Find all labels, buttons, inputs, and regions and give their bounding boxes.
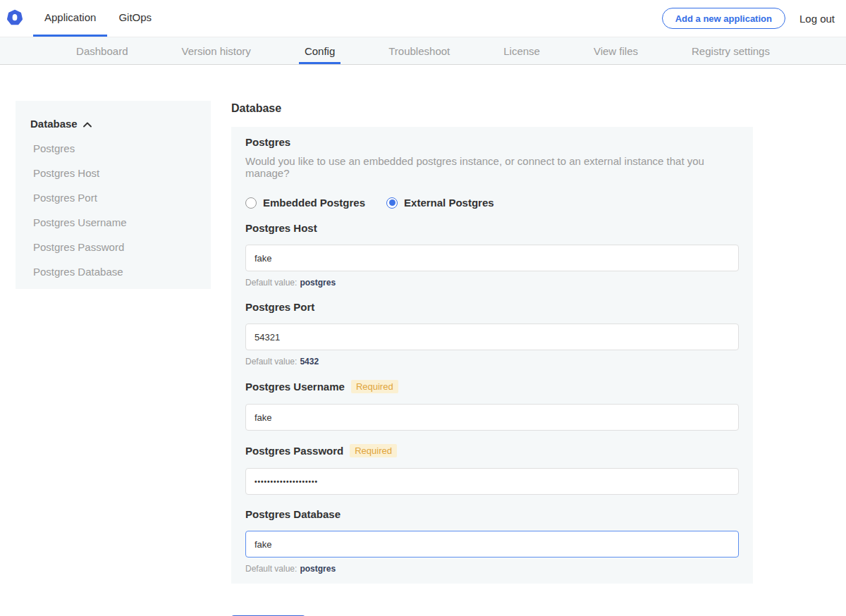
postgres-database-input[interactable] (245, 531, 739, 558)
postgres-port-input[interactable] (245, 324, 739, 350)
sidebar-item-postgres-port[interactable]: Postgres Port (30, 192, 197, 204)
field-postgres-host: Postgres HostDefault value:postgres (245, 222, 739, 288)
sidebar-item-postgres-username[interactable]: Postgres Username (30, 216, 197, 228)
field-label-row: Postgres Database (245, 508, 739, 520)
default-value-label: Default value: (245, 278, 297, 288)
field-label: Postgres Password (245, 445, 343, 457)
radio-selected-icon (386, 197, 398, 209)
subnav-item-view-files[interactable]: View files (588, 37, 644, 64)
default-value-helper: Default value:postgres (245, 278, 739, 288)
config-group-panel: Postgres Would you like to use an embedd… (231, 127, 753, 584)
default-value: postgres (300, 278, 336, 288)
default-value: 5432 (300, 357, 319, 366)
radio-label: External Postgres (404, 197, 494, 209)
logout-button[interactable]: Log out (799, 13, 835, 25)
radio-external-postgres[interactable]: External Postgres (386, 197, 494, 209)
field-label: Postgres Database (245, 508, 341, 520)
config-item-description: Would you like to use an embedded postgr… (245, 155, 739, 179)
sidebar-item-postgres-database[interactable]: Postgres Database (30, 266, 197, 278)
chevron-up-icon (83, 118, 92, 130)
required-badge: Required (351, 380, 398, 393)
app-logo-icon[interactable] (6, 9, 23, 26)
field-postgres-password: Postgres PasswordRequired (245, 444, 739, 495)
field-label: Postgres Host (245, 222, 317, 234)
sidebar-item-postgres[interactable]: Postgres (30, 142, 197, 154)
required-badge: Required (350, 444, 397, 457)
default-value: postgres (300, 564, 336, 574)
app-subnav: DashboardVersion historyConfigTroublesho… (0, 37, 846, 65)
default-value-helper: Default value:5432 (245, 357, 739, 366)
field-label-row: Postgres PasswordRequired (245, 444, 739, 457)
add-application-button[interactable]: Add a new application (662, 8, 785, 29)
default-value-helper: Default value:postgres (245, 564, 739, 574)
subnav-item-version-history[interactable]: Version history (176, 37, 256, 64)
subnav-item-license[interactable]: License (498, 37, 546, 64)
content-area: Database PostgresPostgres HostPostgres P… (0, 65, 846, 616)
postgres-type-radio-group: Embedded PostgresExternal Postgres (245, 197, 739, 209)
header-spacer (163, 0, 662, 37)
subnav-item-registry-settings[interactable]: Registry settings (686, 37, 776, 64)
postgres-password-input[interactable] (245, 468, 739, 495)
field-postgres-username: Postgres UsernameRequired (245, 380, 739, 431)
subnav-item-dashboard[interactable]: Dashboard (70, 37, 133, 64)
subnav-item-troubleshoot[interactable]: Troubleshoot (383, 37, 455, 64)
field-postgres-port: Postgres PortDefault value:5432 (245, 301, 739, 366)
radio-embedded-postgres[interactable]: Embedded Postgres (245, 197, 365, 209)
field-postgres-database: Postgres DatabaseDefault value:postgres (245, 508, 739, 574)
field-label: Postgres Port (245, 301, 314, 313)
field-label-row: Postgres Host (245, 222, 739, 234)
field-label-row: Postgres Port (245, 301, 739, 313)
top-tab-gitops[interactable]: GitOps (107, 0, 163, 37)
default-value-label: Default value: (245, 564, 297, 574)
subnav-item-config[interactable]: Config (299, 37, 341, 64)
radio-unselected-icon (245, 197, 257, 209)
field-label-row: Postgres UsernameRequired (245, 380, 739, 393)
field-label: Postgres Username (245, 381, 345, 393)
radio-label: Embedded Postgres (263, 197, 365, 209)
sidebar-group-database[interactable]: Database (30, 118, 197, 130)
section-title: Database (231, 102, 753, 115)
postgres-host-input[interactable] (245, 245, 739, 271)
config-item-name: Postgres (245, 136, 739, 148)
config-main: Database Postgres Would you like to use … (231, 101, 753, 616)
config-fields: Postgres HostDefault value:postgresPostg… (245, 222, 739, 574)
sidebar-group-label: Database (30, 118, 78, 130)
postgres-username-input[interactable] (245, 404, 739, 431)
config-sidebar: Database PostgresPostgres HostPostgres P… (16, 101, 211, 289)
top-nav: ApplicationGitOps Add a new application … (0, 0, 846, 37)
sidebar-item-list: PostgresPostgres HostPostgres PortPostgr… (30, 142, 197, 278)
default-value-label: Default value: (245, 357, 297, 366)
top-tab-application[interactable]: Application (33, 0, 107, 37)
sidebar-item-postgres-host[interactable]: Postgres Host (30, 167, 197, 179)
sidebar-item-postgres-password[interactable]: Postgres Password (30, 241, 197, 253)
top-tabs: ApplicationGitOps (33, 0, 163, 37)
